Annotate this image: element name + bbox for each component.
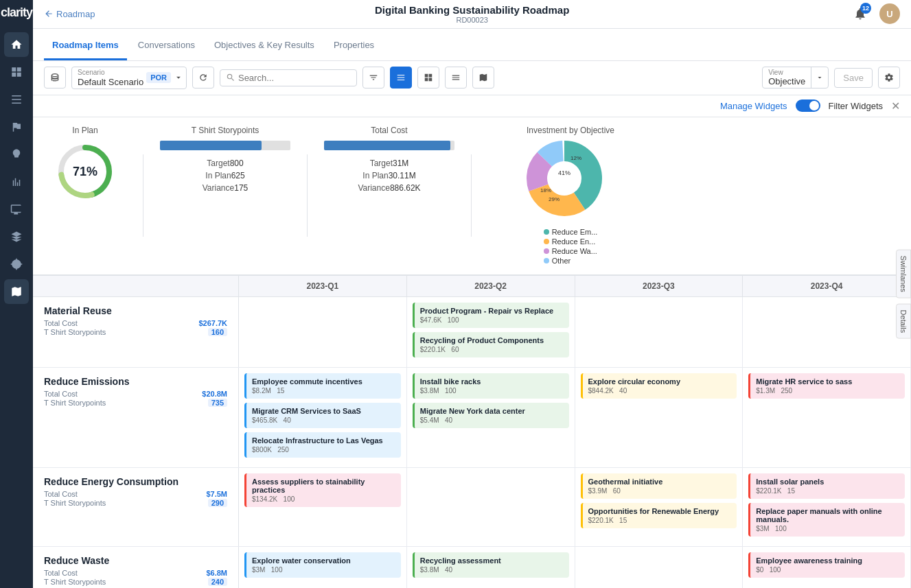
card-meta-product-program: $47.6K 100: [420, 316, 564, 324]
settings-button[interactable]: [878, 67, 900, 89]
filter-widgets-toggle[interactable]: [796, 99, 820, 112]
save-button[interactable]: Save: [834, 68, 873, 88]
sidebar-lightbulb[interactable]: [4, 142, 29, 167]
sidebar-map[interactable]: [4, 279, 29, 304]
swimlane-name-reduce-waste: Reduce Waste: [44, 555, 227, 566]
card-title-paper-manuals: Replace paper manuals with online manual…: [756, 507, 899, 524]
sidebar-chart[interactable]: [4, 87, 29, 112]
filter-button[interactable]: [362, 67, 384, 89]
tab-roadmap-items[interactable]: Roadmap Items: [44, 29, 127, 60]
cost-label-re: Total Cost: [44, 390, 78, 398]
cost-target-label: Target: [370, 158, 393, 168]
sidebar-monitor[interactable]: [4, 197, 29, 222]
card-renewable-energy[interactable]: Opportunities for Renewable Energy $220.…: [581, 503, 737, 528]
card-title-renewable-energy: Opportunities for Renewable Energy: [588, 507, 732, 515]
legend-dot-wa: [544, 248, 549, 254]
roadmap-scroll[interactable]: 2023-Q1 2023-Q2 2023-Q3 2023-Q4 Material…: [33, 276, 911, 588]
card-crm-saas[interactable]: Migrate CRM Services to SaaS $465.8K 40: [244, 403, 401, 428]
card-water-conservation[interactable]: Explore water conservation $3M 100: [244, 552, 401, 578]
card-recycling-assessment[interactable]: Recycling assessment $3.8M 40: [413, 552, 569, 578]
view-selector[interactable]: View Objective: [762, 67, 829, 89]
cost-value-mr: $267.7K: [198, 319, 227, 327]
svg-text:18%: 18%: [540, 187, 551, 193]
q2-reduce-energy: [407, 468, 575, 546]
sidebar-bar-chart[interactable]: [4, 169, 29, 194]
card-relocate-infra[interactable]: Relocate Infrastructure to Las Vegas $80…: [244, 432, 401, 458]
notification-button[interactable]: 12: [849, 3, 871, 25]
roadmap-grid: 2023-Q1 2023-Q2 2023-Q3 2023-Q4 Material…: [33, 276, 911, 588]
tab-conversations[interactable]: Conversations: [130, 29, 203, 60]
sidebar-flag[interactable]: [4, 115, 29, 139]
q2-reduce-emissions: Install bike racks $3.8M 100 Migrate New…: [407, 368, 575, 467]
filter-icon: [369, 73, 378, 82]
data-icon-button[interactable]: [44, 67, 66, 89]
back-button[interactable]: Roadmap: [44, 9, 95, 19]
sidebar-grid[interactable]: [4, 60, 29, 84]
card-awareness-training[interactable]: Employee awareness training $0 100: [748, 552, 905, 578]
card-geothermal[interactable]: Geothermal initiative $3.9M 60: [581, 473, 737, 499]
card-solar-panels[interactable]: Install solar panels $220.1K 15: [748, 473, 905, 499]
card-title-solar-panels: Install solar panels: [756, 478, 899, 486]
card-product-program[interactable]: Product Program - Repair vs Replace $47.…: [413, 303, 569, 328]
sidebar-home[interactable]: [4, 32, 29, 57]
cost-bar-bg: [324, 141, 454, 150]
widget-divider-3: [471, 154, 472, 237]
cost-label-mr: Total Cost: [44, 319, 78, 327]
widget-bar-close[interactable]: ✕: [891, 99, 900, 113]
pts-value-re: 735: [208, 399, 227, 407]
card-circular-economy[interactable]: Explore circular economy $844.2K 40: [581, 373, 737, 399]
swimlane-meta-pts-mr: T Shirt Storypoints 160: [44, 328, 227, 336]
sidebar-layers[interactable]: [4, 224, 29, 249]
scenario-selector[interactable]: Scenario Default Scenario POR: [71, 67, 187, 89]
refresh-button[interactable]: [192, 67, 214, 89]
view-dropdown-button[interactable]: [811, 73, 828, 82]
legend-reduce-em: Reduce Em...: [544, 228, 598, 236]
card-meta-ny-datacenter: $5.4M 40: [420, 416, 564, 424]
swimlane-material-reuse: Material Reuse Total Cost $267.7K T Shir…: [33, 297, 911, 368]
q4-material-reuse: [743, 297, 911, 367]
header: Roadmap Digital Banking Sustainability R…: [33, 0, 911, 29]
card-ny-datacenter[interactable]: Migrate New York data center $5.4M 40: [413, 403, 569, 428]
swimlane-name-material-reuse: Material Reuse: [44, 305, 227, 316]
card-meta-circular-economy: $844.2K 40: [588, 387, 732, 395]
timeline-view-button[interactable]: [390, 67, 412, 89]
gear-icon: [884, 73, 894, 82]
sidebar-settings[interactable]: [4, 252, 29, 277]
pts-label-ren: T Shirt Storypoints: [44, 499, 106, 507]
swimlanes-side-label[interactable]: Swimlanes: [896, 249, 911, 298]
swimlane-meta-cost-re: Total Cost $20.8M: [44, 390, 227, 398]
card-bike-racks[interactable]: Install bike racks $3.8M 100: [413, 373, 569, 399]
tshirt-variance-value: 175: [234, 183, 248, 193]
card-title-water-conservation: Explore water conservation: [252, 556, 395, 565]
list-view-button[interactable]: [445, 67, 467, 89]
card-recycling-product[interactable]: Recycling of Product Components $220.1K …: [413, 332, 569, 357]
sidebar: clarity: [0, 0, 33, 588]
card-hr-sass[interactable]: Migrate HR service to sass $1.3M 250: [748, 373, 905, 399]
card-assess-suppliers[interactable]: Assess suppliers to stainability practic…: [244, 473, 401, 507]
search-box[interactable]: [220, 69, 357, 86]
svg-text:12%: 12%: [570, 155, 581, 161]
card-employee-commute[interactable]: Employee commute incentives $8.2M 15: [244, 373, 401, 399]
tshirt-title: T Shirt Storypoints: [192, 126, 259, 135]
user-avatar[interactable]: U: [879, 3, 900, 24]
card-meta-geothermal: $3.9M 60: [588, 487, 732, 495]
pie-legend: Reduce Em... Reduce En... Reduce Wa... O…: [544, 226, 598, 266]
details-side-label[interactable]: Details: [896, 303, 911, 339]
q3-reduce-energy: Geothermal initiative $3.9M 60 Opportuni…: [575, 468, 743, 546]
refresh-icon: [198, 73, 208, 82]
roadmap-view-button[interactable]: [472, 67, 494, 89]
manage-widgets-link[interactable]: Manage Widgets: [720, 101, 787, 111]
card-meta-assess-suppliers: $134.2K 100: [252, 495, 395, 503]
view-value: Objective: [768, 76, 805, 86]
tab-objectives[interactable]: Objectives & Key Results: [206, 29, 323, 60]
legend-dot-other: [544, 258, 549, 263]
q3-reduce-waste: [575, 547, 743, 588]
legend-reduce-wa: Reduce Wa...: [544, 247, 598, 255]
swimlane-name-reduce-energy: Reduce Energy Consumption: [44, 476, 227, 487]
tab-properties[interactable]: Properties: [325, 29, 382, 60]
grid-view-button[interactable]: [417, 67, 439, 89]
cost-title: Total Cost: [371, 126, 407, 135]
search-input[interactable]: [235, 70, 345, 86]
app-logo: clarity: [0, 5, 33, 20]
card-paper-manuals[interactable]: Replace paper manuals with online manual…: [748, 503, 905, 537]
